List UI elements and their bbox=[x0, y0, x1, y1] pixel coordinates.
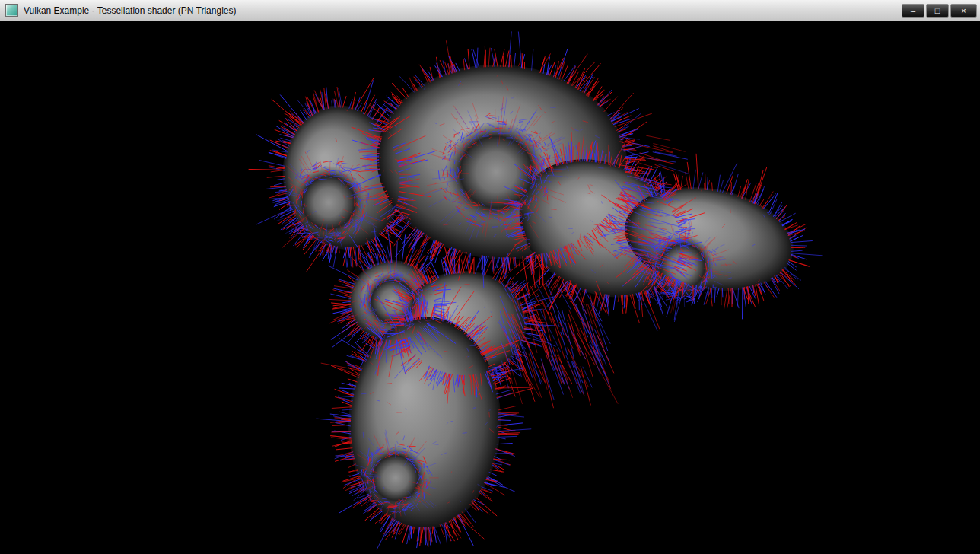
minimize-button[interactable]: – bbox=[902, 4, 924, 18]
close-icon: × bbox=[961, 5, 966, 17]
maximize-icon: □ bbox=[935, 5, 940, 17]
maximize-button[interactable]: □ bbox=[926, 4, 949, 18]
close-button[interactable]: × bbox=[950, 4, 977, 18]
window-controls: – □ × bbox=[902, 4, 977, 18]
render-viewport bbox=[0, 21, 980, 554]
window-title: Vulkan Example - Tessellation shader (PN… bbox=[24, 5, 236, 16]
app-window: Vulkan Example - Tessellation shader (PN… bbox=[0, 0, 980, 554]
model-canvas[interactable] bbox=[0, 21, 980, 554]
title-bar[interactable]: Vulkan Example - Tessellation shader (PN… bbox=[0, 0, 980, 21]
minimize-icon: – bbox=[911, 5, 915, 17]
app-icon[interactable] bbox=[5, 4, 18, 17]
